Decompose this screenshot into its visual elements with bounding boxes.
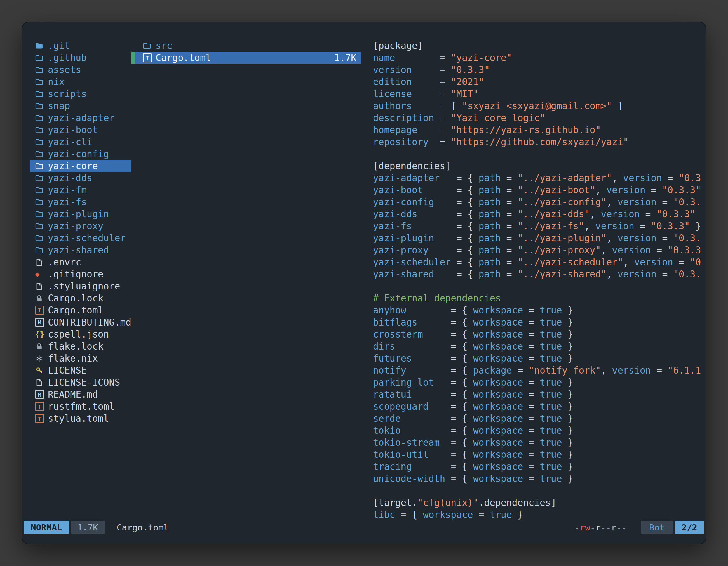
file-item-rustfmt.toml[interactable]: Trustfmt.toml <box>30 400 131 412</box>
file-item-Cargo.toml[interactable]: TCargo.toml1.7K <box>131 52 361 64</box>
file-item-LICENSE[interactable]: LICENSE <box>30 364 131 376</box>
folder-icon <box>35 89 48 99</box>
license-icon <box>35 365 48 375</box>
file-icon <box>35 377 48 387</box>
status-bar: NORMAL 1.7K Cargo.toml -rw-r--r-- Bot 2/… <box>22 521 706 534</box>
preview-line: repository = "https://github.com/sxyazi/… <box>373 136 706 148</box>
dir-item-yazi-fs[interactable]: yazi-fs <box>30 196 131 208</box>
preview-line: license = "MIT" <box>373 88 706 100</box>
preview-line: yazi-proxy = { path = "../yazi-proxy", v… <box>373 244 706 256</box>
dir-item-.github[interactable]: .github <box>30 52 131 64</box>
folder-icon <box>35 221 48 231</box>
file-item-cspell.json[interactable]: {}cspell.json <box>30 328 131 340</box>
preview-line: name = "yazi-core" <box>373 52 706 64</box>
folder-icon <box>35 173 48 183</box>
entry-name: .git <box>48 40 70 51</box>
entry-name: yazi-cli <box>48 137 92 147</box>
file-size-badge: 1.7K <box>71 521 105 534</box>
git-folder-icon <box>35 41 48 51</box>
folder-icon <box>35 245 48 255</box>
dir-item-scripts[interactable]: scripts <box>30 88 131 100</box>
entry-name: .gitignore <box>48 269 104 280</box>
dir-item-yazi-boot[interactable]: yazi-boot <box>30 124 131 136</box>
folder-icon <box>35 149 48 159</box>
entry-name: yazi-adapter <box>48 112 114 123</box>
file-item-CONTRIBUTING.md[interactable]: MCONTRIBUTING.md <box>30 316 131 328</box>
status-filename: Cargo.toml <box>117 522 169 532</box>
status-bar-right: -rw-r--r-- Bot 2/2 <box>574 521 704 534</box>
dir-item-assets[interactable]: assets <box>30 64 131 76</box>
preview-line: yazi-plugin = { path = "../yazi-plugin",… <box>373 232 706 244</box>
file-icon <box>35 281 48 291</box>
folder-icon <box>35 233 48 243</box>
folder-icon <box>35 125 48 135</box>
entry-name: scripts <box>48 88 87 99</box>
entry-name: yazi-core <box>48 161 98 172</box>
file-item-flake.nix[interactable]: flake.nix <box>30 352 131 364</box>
preview-line: authors = [ "sxyazi <sxyazi@gmail.com>" … <box>373 100 706 112</box>
preview-line: tokio-stream = { workspace = true } <box>373 436 706 448</box>
entry-name: yazi-shared <box>48 245 109 256</box>
entry-name: Cargo.toml <box>156 52 211 63</box>
file-icon <box>35 257 48 267</box>
file-position-badge: 2/2 <box>675 521 704 534</box>
preview-line: [dependencies] <box>373 160 706 172</box>
lock-icon <box>35 341 48 351</box>
preview-line: description = "Yazi core logic" <box>373 112 706 124</box>
preview-pane[interactable]: [package]name = "yazi-core"version = "0.… <box>373 40 706 521</box>
preview-line: homepage = "https://yazi-rs.github.io" <box>373 124 706 136</box>
file-permissions: -rw-r--r-- <box>574 522 627 532</box>
preview-line: notify = { package = "notify-fork", vers… <box>373 364 706 376</box>
preview-line: version = "0.3.3" <box>373 64 706 76</box>
markdown-icon: M <box>35 389 48 400</box>
file-item-.styluaignore[interactable]: .styluaignore <box>30 280 131 292</box>
file-item-Cargo.lock[interactable]: Cargo.lock <box>30 292 131 304</box>
file-item-.envrc[interactable]: .envrc <box>30 256 131 268</box>
current-directory-pane[interactable]: srcTCargo.toml1.7K <box>131 40 361 521</box>
folder-icon <box>35 137 48 147</box>
folder-icon <box>35 185 48 195</box>
preview-line: # External dependencies <box>373 292 706 304</box>
dir-item-yazi-core[interactable]: yazi-core <box>30 160 131 172</box>
file-item-LICENSE-ICONS[interactable]: LICENSE-ICONS <box>30 376 131 388</box>
file-item-.gitignore[interactable]: ◆.gitignore <box>30 268 131 280</box>
dir-item-yazi-plugin[interactable]: yazi-plugin <box>30 208 131 220</box>
entry-name: LICENSE <box>48 365 87 376</box>
entry-name: .styluaignore <box>48 281 120 292</box>
dir-item-yazi-dds[interactable]: yazi-dds <box>30 172 131 184</box>
dir-item-yazi-fm[interactable]: yazi-fm <box>30 184 131 196</box>
entry-name: LICENSE-ICONS <box>48 377 120 388</box>
mode-indicator: NORMAL <box>24 521 69 534</box>
file-item-README.md[interactable]: MREADME.md <box>30 388 131 400</box>
json-icon: {} <box>35 329 48 339</box>
entry-name: yazi-boot <box>48 125 98 135</box>
scroll-position-label: Bot <box>641 521 673 534</box>
file-item-flake.lock[interactable]: flake.lock <box>30 340 131 352</box>
entry-name: CONTRIBUTING.md <box>48 317 131 328</box>
dir-item-snap[interactable]: snap <box>30 100 131 112</box>
toml-icon: T <box>35 414 48 424</box>
folder-icon <box>143 41 156 51</box>
file-item-stylua.toml[interactable]: Tstylua.toml <box>30 412 131 424</box>
preview-line: [target."cfg(unix)".dependencies] <box>373 497 706 509</box>
dir-item-yazi-scheduler[interactable]: yazi-scheduler <box>30 232 131 244</box>
entry-name: yazi-proxy <box>48 221 104 232</box>
file-item-Cargo.toml[interactable]: TCargo.toml <box>30 304 131 316</box>
dir-item-yazi-shared[interactable]: yazi-shared <box>30 244 131 256</box>
yazi-file-manager-window: .git.githubassetsnixscriptssnapyazi-adap… <box>22 22 706 544</box>
dir-item-yazi-config[interactable]: yazi-config <box>30 148 131 160</box>
parent-directory-pane[interactable]: .git.githubassetsnixscriptssnapyazi-adap… <box>30 40 131 521</box>
preview-line: anyhow = { workspace = true } <box>373 304 706 316</box>
dir-item-src[interactable]: src <box>131 40 361 52</box>
dir-item-yazi-cli[interactable]: yazi-cli <box>30 136 131 148</box>
entry-name: Cargo.lock <box>48 293 104 304</box>
selection-marker <box>131 52 135 64</box>
folder-icon <box>35 197 48 207</box>
entry-size: 1.7K <box>334 52 356 63</box>
preview-line: tracing = { workspace = true } <box>373 461 706 473</box>
dir-item-yazi-adapter[interactable]: yazi-adapter <box>30 112 131 124</box>
dir-item-yazi-proxy[interactable]: yazi-proxy <box>30 220 131 232</box>
dir-item-.git[interactable]: .git <box>30 40 131 52</box>
toml-icon: T <box>143 53 156 63</box>
dir-item-nix[interactable]: nix <box>30 76 131 88</box>
